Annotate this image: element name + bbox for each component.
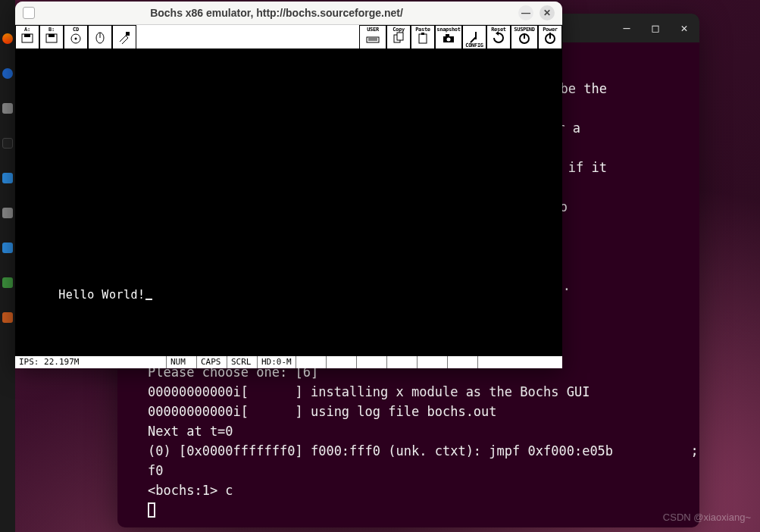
- bochs-close-button[interactable]: ✕: [540, 5, 555, 20]
- svg-rect-18: [446, 34, 449, 36]
- svg-rect-14: [419, 34, 427, 43]
- svg-rect-15: [421, 33, 424, 35]
- power-button[interactable]: Power: [538, 25, 562, 49]
- power-label: Power: [539, 27, 561, 33]
- mouse-button[interactable]: [88, 25, 112, 49]
- reset-button[interactable]: Reset: [486, 25, 511, 49]
- status-blank: [448, 356, 478, 368]
- floppy-a-label: A:: [16, 27, 39, 33]
- terminal-output-lower: Please choose one: [6]00000000000i[ ] in…: [117, 362, 699, 520]
- dock-app-firefox[interactable]: [2, 33, 13, 44]
- svg-point-17: [447, 38, 451, 42]
- svg-rect-19: [475, 32, 477, 39]
- tool-icon: [117, 30, 132, 45]
- status-blank: [478, 356, 562, 368]
- copy-button[interactable]: Copy: [386, 25, 411, 49]
- user-label: USER: [360, 27, 386, 33]
- bochs-app-icon: [23, 7, 35, 19]
- terminal-maximize-button[interactable]: □: [649, 18, 661, 38]
- vga-text-line: Hello World!: [58, 288, 145, 302]
- floppy-b-button[interactable]: B:: [39, 25, 64, 49]
- bochs-vga-display: Hello World!: [15, 49, 562, 355]
- bochs-toolbar: A: B: CD USER Copy: [15, 24, 562, 49]
- svg-rect-13: [397, 33, 403, 40]
- term-line: <bochs:1> c: [148, 480, 684, 500]
- terminal-minimize-button[interactable]: —: [621, 18, 633, 38]
- dock-app-green[interactable]: [2, 277, 13, 288]
- terminal-close-button[interactable]: ✕: [678, 18, 690, 38]
- mouse-icon: [92, 30, 108, 45]
- tool-button[interactable]: [112, 25, 136, 49]
- status-blank: [296, 356, 327, 368]
- status-ips: IPS: 22.197M: [15, 356, 167, 368]
- dock-app-editor[interactable]: [2, 243, 13, 253]
- status-blank: [387, 356, 418, 368]
- dock-app-settings[interactable]: [2, 208, 13, 218]
- term-line: Next at t=0: [148, 421, 684, 441]
- snapshot-button[interactable]: snapshot: [435, 25, 462, 49]
- dock-app-blue[interactable]: [2, 173, 13, 183]
- status-num: NUM: [167, 356, 197, 368]
- status-scrl: SCRL: [227, 356, 258, 368]
- paste-button[interactable]: Paste: [411, 25, 435, 49]
- status-blank: [327, 356, 357, 368]
- vga-cursor: [145, 299, 152, 300]
- paste-label: Paste: [411, 27, 434, 33]
- user-button[interactable]: USER: [359, 25, 386, 49]
- suspend-button[interactable]: SUSPEND: [511, 25, 538, 49]
- dock-app-thunderbird[interactable]: [2, 68, 13, 79]
- cdrom-label: CD: [64, 27, 87, 33]
- term-line: 00000000000i[ ] installing x module as t…: [148, 382, 684, 402]
- bochs-titlebar[interactable]: Bochs x86 emulator, http://bochs.sourcef…: [15, 2, 562, 24]
- ubuntu-dock: [0, 0, 15, 532]
- suspend-label: SUSPEND: [511, 27, 537, 33]
- term-line: 00000000000i[ ] using log file bochs.out: [148, 402, 684, 421]
- dock-app-orange[interactable]: [2, 312, 13, 323]
- svg-rect-3: [48, 34, 55, 37]
- bochs-window: Bochs x86 emulator, http://bochs.sourcef…: [15, 2, 562, 368]
- dock-app-files[interactable]: [2, 103, 13, 114]
- copy-label: Copy: [387, 27, 410, 33]
- cdrom-button[interactable]: CD: [64, 25, 88, 49]
- bochs-status-bar: IPS: 22.197M NUM CAPS SCRL HD:0-M: [15, 355, 562, 368]
- status-hd: HD:0-M: [258, 356, 296, 368]
- snapshot-label: snapshot: [436, 27, 461, 33]
- reset-label: Reset: [487, 27, 510, 33]
- status-blank: [418, 356, 448, 368]
- svg-point-5: [75, 38, 77, 40]
- watermark-text: CSDN @xiaoxiang~: [663, 512, 751, 523]
- terminal-cursor: [148, 502, 155, 518]
- bochs-window-title: Bochs x86 emulator, http://bochs.sourcef…: [41, 7, 512, 19]
- floppy-a-button[interactable]: A:: [15, 25, 39, 49]
- svg-rect-8: [126, 32, 130, 36]
- term-line: f0: [148, 461, 684, 480]
- status-blank: [357, 356, 387, 368]
- bochs-minimize-button[interactable]: —: [518, 5, 533, 20]
- dock-app-terminal[interactable]: [2, 138, 13, 149]
- status-caps: CAPS: [197, 356, 227, 368]
- term-line: (0) [0x0000fffffff0] f000:fff0 (unk. ctx…: [148, 441, 684, 461]
- svg-rect-1: [24, 34, 30, 37]
- config-button[interactable]: CONFIG: [462, 25, 486, 49]
- floppy-b-label: B:: [40, 27, 63, 33]
- config-label: CONFIG: [463, 42, 486, 49]
